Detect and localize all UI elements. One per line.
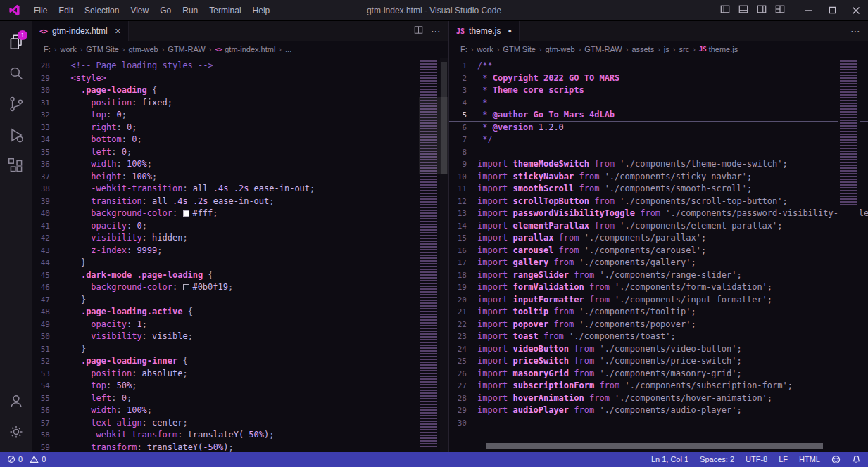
- code-line[interactable]: 39 transition: all .4s .2s ease-in-out;: [32, 196, 448, 208]
- code-line[interactable]: 59 transform: translateY(-50%);: [32, 442, 448, 452]
- code-line[interactable]: 36 width: 100%;: [32, 158, 448, 171]
- search-icon[interactable]: [0, 58, 32, 89]
- menu-terminal[interactable]: Terminal: [203, 0, 246, 21]
- horizontal-scrollbar[interactable]: [486, 443, 823, 449]
- maximize-button[interactable]: [820, 0, 844, 20]
- split-editor-icon[interactable]: [413, 25, 424, 38]
- code-line[interactable]: 45 .dark-mode .page-loading {: [32, 269, 448, 282]
- code-line[interactable]: 40 background-color: #fff;: [32, 207, 448, 220]
- code-line[interactable]: 18import rangeSlider from './components/…: [449, 269, 868, 282]
- close-button[interactable]: [844, 0, 868, 20]
- problems-indicator[interactable]: 0 0: [7, 455, 46, 463]
- explorer-icon[interactable]: 1: [0, 27, 32, 58]
- code-line[interactable]: 20import inputFormatter from './componen…: [449, 294, 868, 307]
- vertical-scrollbar-left[interactable]: [440, 58, 448, 452]
- minimize-button[interactable]: [796, 0, 820, 20]
- toggle-secondary-sidebar-icon[interactable]: [757, 4, 767, 17]
- run-debug-icon[interactable]: [0, 120, 32, 151]
- code-line[interactable]: 21import tooltip from './components/tool…: [449, 306, 868, 319]
- code-line[interactable]: 54 top: 50%;: [32, 380, 448, 392]
- code-line[interactable]: 48 .page-loading.active {: [32, 306, 448, 319]
- code-line[interactable]: 28 <!-- Page loading styles -->: [32, 60, 448, 72]
- code-line[interactable]: 28import hoverAnimation from './componen…: [449, 392, 868, 405]
- code-line[interactable]: 17import gallery from './components/gall…: [449, 257, 868, 269]
- cursor-position[interactable]: Ln 1, Col 1: [651, 455, 688, 463]
- code-line[interactable]: 30: [449, 417, 868, 430]
- code-line[interactable]: 55 left: 0;: [32, 392, 448, 405]
- code-line[interactable]: 29 <style>: [32, 72, 448, 85]
- code-line[interactable]: 51 }: [32, 343, 448, 356]
- code-line[interactable]: 4 *: [449, 97, 868, 110]
- editor-left[interactable]: 28 <!-- Page loading styles -->29 <style…: [32, 58, 448, 452]
- minimap-left[interactable]: [419, 58, 440, 452]
- code-line[interactable]: 44 }: [32, 257, 448, 269]
- breadcrumb-item[interactable]: js: [664, 45, 669, 53]
- code-line[interactable]: 57 text-align: center;: [32, 417, 448, 430]
- language-mode[interactable]: HTML: [799, 455, 820, 463]
- encoding-setting[interactable]: UTF-8: [746, 455, 767, 463]
- code-line[interactable]: 5 * @author Go To Mars 4dLAb: [449, 109, 868, 122]
- code-line[interactable]: 43 z-index: 9999;: [32, 245, 448, 257]
- breadcrumb-item[interactable]: JStheme.js: [699, 45, 738, 53]
- code-line[interactable]: 8: [449, 146, 868, 159]
- code-line[interactable]: 1/**: [449, 60, 868, 72]
- code-line[interactable]: 23import toast from './components/toast'…: [449, 331, 868, 343]
- code-line[interactable]: 22import popover from './components/popo…: [449, 319, 868, 331]
- code-line[interactable]: 52 .page-loading-inner {: [32, 355, 448, 368]
- code-line[interactable]: 27import subscriptionForm from './compon…: [449, 380, 868, 392]
- tab-theme-js[interactable]: JS theme.js ●: [449, 21, 520, 41]
- settings-gear-icon[interactable]: [0, 416, 32, 447]
- code-line[interactable]: 34 bottom: 0;: [32, 134, 448, 146]
- editor-right[interactable]: 1/**2 * Copyright 2022 GO TO MARS3 * The…: [449, 58, 868, 452]
- code-line[interactable]: 41 opacity: 0;: [32, 220, 448, 233]
- code-line[interactable]: 58 -webkit-transform: translateY(-50%);: [32, 429, 448, 442]
- more-actions-icon[interactable]: ⋯: [850, 25, 861, 37]
- code-line[interactable]: 30 .page-loading {: [32, 84, 448, 97]
- menu-view[interactable]: View: [125, 0, 154, 21]
- code-line[interactable]: 16import carousel from './components/car…: [449, 245, 868, 257]
- source-control-icon[interactable]: [0, 89, 32, 120]
- breadcrumb-item[interactable]: work: [60, 45, 76, 53]
- breadcrumb-item[interactable]: src: [679, 45, 689, 53]
- code-line[interactable]: 33 right: 0;: [32, 122, 448, 134]
- account-icon[interactable]: [0, 385, 32, 416]
- breadcrumb-item[interactable]: assets: [631, 45, 654, 53]
- code-line[interactable]: 12import scrollTopButton from './compone…: [449, 196, 868, 208]
- menu-go[interactable]: Go: [154, 0, 177, 21]
- code-line[interactable]: 38 -webkit-transition: all .4s .2s ease-…: [32, 183, 448, 196]
- code-line[interactable]: 11import smoothScroll from './components…: [449, 183, 868, 196]
- more-actions-icon[interactable]: ⋯: [431, 25, 441, 37]
- menu-selection[interactable]: Selection: [79, 0, 125, 21]
- code-line[interactable]: 53 position: absolute;: [32, 368, 448, 380]
- breadcrumb-item[interactable]: GTM-RAW: [584, 45, 622, 53]
- code-line[interactable]: 14import elementParallax from './compone…: [449, 220, 868, 233]
- code-line[interactable]: 13import passwordVisibilityToggle from '…: [449, 207, 868, 220]
- code-line[interactable]: 35 left: 0;: [32, 146, 448, 159]
- code-line[interactable]: 56 width: 100%;: [32, 404, 448, 417]
- code-line[interactable]: 49 opacity: 1;: [32, 319, 448, 331]
- scrollbar-thumb[interactable]: [441, 62, 447, 174]
- code-line[interactable]: 26import masonryGrid from './components/…: [449, 368, 868, 380]
- toggle-sidebar-icon[interactable]: [720, 4, 730, 17]
- eol-setting[interactable]: LF: [779, 455, 788, 463]
- menu-run[interactable]: Run: [177, 0, 203, 21]
- code-line[interactable]: 37 height: 100%;: [32, 171, 448, 184]
- code-line[interactable]: 31 position: fixed;: [32, 97, 448, 110]
- code-line[interactable]: 32 top: 0;: [32, 109, 448, 122]
- breadcrumb-item[interactable]: ...: [285, 45, 291, 53]
- code-line[interactable]: 42 visibility: hidden;: [32, 232, 448, 245]
- code-line[interactable]: 15import parallax from './components/par…: [449, 232, 868, 245]
- indentation-setting[interactable]: Spaces: 2: [700, 455, 734, 463]
- code-line[interactable]: 7 */: [449, 134, 868, 146]
- code-line[interactable]: 25import priceSwitch from './components/…: [449, 355, 868, 368]
- extensions-icon[interactable]: [0, 151, 32, 181]
- breadcrumb-item[interactable]: F:: [44, 45, 51, 53]
- tab-gtm-index-html[interactable]: <> gtm-index.html ✕: [32, 21, 129, 41]
- tab-close-icon[interactable]: ✕: [115, 27, 121, 36]
- code-line[interactable]: 50 visibility: visible;: [32, 331, 448, 343]
- code-line[interactable]: 6 * @version 1.2.0: [449, 122, 868, 134]
- code-line[interactable]: 47 }: [32, 294, 448, 307]
- code-line[interactable]: 3 * Theme core scripts: [449, 84, 868, 97]
- breadcrumb-item[interactable]: work: [477, 45, 493, 53]
- code-line[interactable]: 29import audioPlayer from './components/…: [449, 404, 868, 417]
